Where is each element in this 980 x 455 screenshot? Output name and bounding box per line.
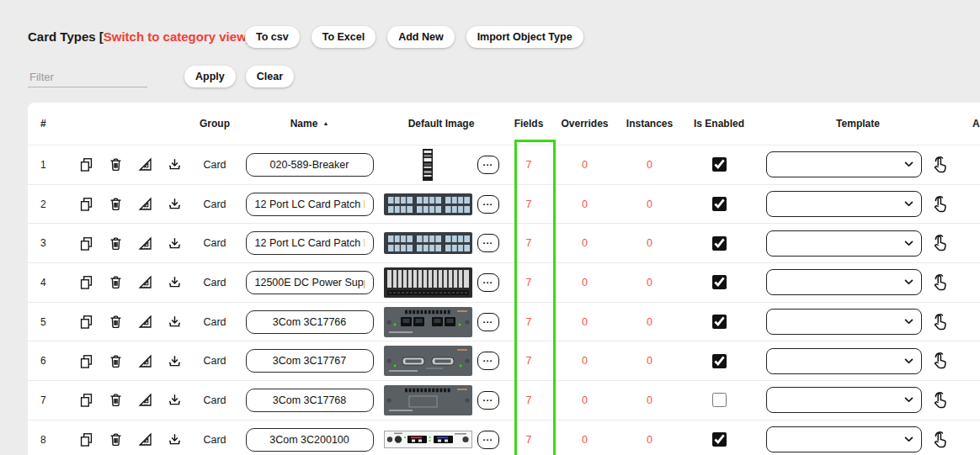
name-input[interactable] xyxy=(246,310,374,334)
import-object-type-button[interactable]: Import Object Type xyxy=(466,26,583,48)
set-square-icon[interactable] xyxy=(137,156,153,172)
col-header-instances[interactable]: Instances xyxy=(617,118,682,130)
copy-icon[interactable] xyxy=(78,235,94,251)
download-icon[interactable] xyxy=(167,235,183,251)
download-icon[interactable] xyxy=(167,156,183,172)
trash-icon[interactable] xyxy=(108,156,124,172)
image-more-button[interactable]: ... xyxy=(477,273,499,292)
tap-hand-icon[interactable] xyxy=(930,155,951,175)
set-square-icon[interactable] xyxy=(137,235,153,251)
fields-count[interactable]: 7 xyxy=(505,434,552,446)
instances-count[interactable]: 0 xyxy=(617,355,682,367)
set-square-icon[interactable] xyxy=(137,353,153,369)
image-more-button[interactable]: ... xyxy=(477,195,499,214)
instances-count[interactable]: 0 xyxy=(617,434,682,446)
instances-count[interactable]: 0 xyxy=(617,394,682,406)
tap-hand-icon[interactable] xyxy=(930,194,951,214)
copy-icon[interactable] xyxy=(78,274,94,290)
tap-hand-icon[interactable] xyxy=(930,390,951,410)
name-input[interactable] xyxy=(246,153,374,177)
col-header-group[interactable]: Group xyxy=(188,118,242,130)
is-enabled-checkbox[interactable] xyxy=(712,275,727,289)
copy-icon[interactable] xyxy=(78,314,94,330)
is-enabled-checkbox[interactable] xyxy=(712,315,727,329)
download-icon[interactable] xyxy=(167,274,183,290)
image-more-button[interactable]: ... xyxy=(477,352,499,370)
copy-icon[interactable] xyxy=(78,156,94,172)
image-more-button[interactable]: ... xyxy=(477,156,499,174)
set-square-icon[interactable] xyxy=(137,274,153,290)
tap-hand-icon[interactable] xyxy=(930,312,951,332)
add-new-button[interactable]: Add New xyxy=(387,26,454,48)
download-icon[interactable] xyxy=(167,196,183,212)
instances-count[interactable]: 0 xyxy=(617,316,682,328)
is-enabled-checkbox[interactable] xyxy=(712,354,727,368)
name-input[interactable] xyxy=(246,428,374,452)
template-select[interactable] xyxy=(766,230,922,257)
instances-count[interactable]: 0 xyxy=(617,237,682,249)
copy-icon[interactable] xyxy=(78,431,94,447)
trash-icon[interactable] xyxy=(108,274,124,290)
apply-button[interactable]: Apply xyxy=(184,66,236,87)
download-icon[interactable] xyxy=(167,353,183,369)
trash-icon[interactable] xyxy=(108,314,124,330)
template-select[interactable] xyxy=(766,309,922,335)
to-excel-button[interactable]: To Excel xyxy=(312,26,375,48)
clear-button[interactable]: Clear xyxy=(246,66,294,87)
copy-icon[interactable] xyxy=(78,196,94,212)
is-enabled-checkbox[interactable] xyxy=(712,236,727,251)
overrides-count[interactable]: 0 xyxy=(552,394,617,406)
to-csv-button[interactable]: To csv xyxy=(245,26,300,48)
instances-count[interactable]: 0 xyxy=(617,198,682,210)
col-header-fields[interactable]: Fields xyxy=(505,118,552,130)
tap-hand-icon[interactable] xyxy=(930,351,951,371)
fields-count[interactable]: 7 xyxy=(505,237,552,249)
tap-hand-icon[interactable] xyxy=(930,272,951,293)
tap-hand-icon[interactable] xyxy=(930,430,951,450)
download-icon[interactable] xyxy=(167,314,183,330)
fields-count[interactable]: 7 xyxy=(505,355,552,367)
template-select[interactable] xyxy=(766,269,922,295)
overrides-count[interactable]: 0 xyxy=(552,316,617,328)
switch-view-link[interactable]: Switch to category view xyxy=(104,29,247,44)
copy-icon[interactable] xyxy=(78,392,94,408)
is-enabled-checkbox[interactable] xyxy=(712,432,727,447)
fields-count[interactable]: 7 xyxy=(505,198,552,210)
overrides-count[interactable]: 0 xyxy=(552,198,617,210)
set-square-icon[interactable] xyxy=(137,196,153,212)
template-select[interactable] xyxy=(766,348,922,374)
trash-icon[interactable] xyxy=(108,431,124,447)
image-more-button[interactable]: ... xyxy=(477,431,499,449)
copy-icon[interactable] xyxy=(78,353,94,369)
overrides-count[interactable]: 0 xyxy=(552,159,617,171)
is-enabled-checkbox[interactable] xyxy=(712,157,727,172)
overrides-count[interactable]: 0 xyxy=(552,355,617,367)
col-header-name[interactable]: Name▲ xyxy=(242,118,377,130)
is-enabled-checkbox[interactable] xyxy=(712,393,727,407)
instances-count[interactable]: 0 xyxy=(617,159,682,171)
trash-icon[interactable] xyxy=(108,353,124,369)
name-input[interactable] xyxy=(246,231,374,255)
filter-input[interactable] xyxy=(28,67,147,87)
image-more-button[interactable]: ... xyxy=(477,391,499,410)
overrides-count[interactable]: 0 xyxy=(552,277,617,288)
col-header-overrides[interactable]: Overrides xyxy=(552,118,617,130)
image-more-button[interactable]: ... xyxy=(477,234,499,252)
overrides-count[interactable]: 0 xyxy=(552,434,617,446)
fields-count[interactable]: 7 xyxy=(505,159,552,171)
fields-count[interactable]: 7 xyxy=(505,394,552,406)
name-input[interactable] xyxy=(246,271,374,294)
download-icon[interactable] xyxy=(167,392,183,408)
instances-count[interactable]: 0 xyxy=(617,277,682,288)
template-select[interactable] xyxy=(766,151,922,177)
overrides-count[interactable]: 0 xyxy=(552,237,617,249)
name-input[interactable] xyxy=(246,349,374,373)
is-enabled-checkbox[interactable] xyxy=(712,197,727,211)
set-square-icon[interactable] xyxy=(137,314,153,330)
trash-icon[interactable] xyxy=(108,196,124,212)
template-select[interactable] xyxy=(766,387,922,413)
fields-count[interactable]: 7 xyxy=(505,316,552,328)
fields-count[interactable]: 7 xyxy=(505,277,552,288)
tap-hand-icon[interactable] xyxy=(930,233,951,253)
image-more-button[interactable]: ... xyxy=(477,313,499,331)
